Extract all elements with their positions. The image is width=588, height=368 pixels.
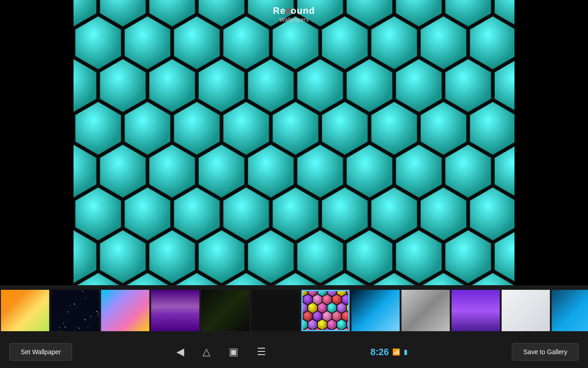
thumbnail-item-6[interactable]: [301, 290, 350, 331]
wallpaper-preview: [74, 0, 514, 285]
set-wallpaper-button[interactable]: Set Wallpaper: [9, 343, 72, 361]
title-ound: ound: [291, 6, 315, 16]
thumbnail-item-7[interactable]: [351, 290, 400, 331]
thumbnail-item-9[interactable]: [452, 290, 500, 331]
app-subtitle: Wallpapers: [273, 16, 315, 23]
wifi-icon: 📶: [392, 348, 400, 356]
thumbnail-item-10[interactable]: [502, 290, 550, 331]
thumbnail-item-4[interactable]: [201, 290, 249, 331]
thumbnail-strip: [0, 285, 588, 336]
menu-icon[interactable]: ☰: [257, 346, 266, 358]
back-icon[interactable]: ◀: [176, 346, 184, 358]
app-title: Rezound Wallpapers: [273, 6, 315, 23]
thumbnail-item-11[interactable]: [552, 290, 588, 331]
recents-icon[interactable]: ▣: [229, 346, 238, 358]
save-to-gallery-button[interactable]: Save to Gallery: [512, 343, 579, 361]
thumbnail-item-8[interactable]: [401, 290, 450, 331]
bottom-bar: Set Wallpaper ◀ △ ▣ ☰ 8:26 📶 ▮ Save to G…: [0, 336, 588, 368]
hex-pattern-svg: [74, 0, 514, 285]
thumbnail-item-3[interactable]: [151, 290, 199, 331]
battery-icon: ▮: [404, 348, 407, 356]
thumbnail-item-5[interactable]: [251, 290, 300, 331]
thumbnail-item-2[interactable]: [101, 290, 149, 331]
home-icon[interactable]: △: [203, 346, 210, 358]
title-re: Re: [273, 6, 286, 16]
nav-icons: ◀ △ ▣ ☰: [176, 346, 266, 358]
thumbnail-item-0[interactable]: [1, 290, 49, 331]
status-bar-right: 8:26 📶 ▮: [370, 347, 407, 357]
thumbnail-item-1[interactable]: [51, 290, 99, 331]
clock: 8:26: [370, 347, 389, 357]
title-z: z: [286, 6, 291, 16]
